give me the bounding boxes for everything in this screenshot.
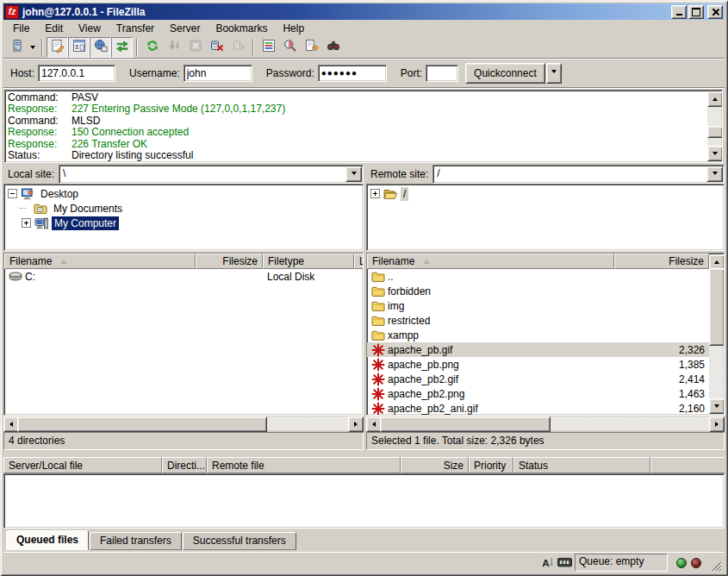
local-scroll-right-button[interactable]: [348, 416, 364, 432]
remote-hscroll-thumb[interactable]: [380, 416, 551, 432]
minimize-button[interactable]: [671, 5, 687, 19]
column-header-filesize[interactable]: Filesize: [614, 254, 709, 269]
log-line-label: Response:: [8, 139, 72, 150]
file-row-apache-pb2-ani-gif[interactable]: apache_pb2_ani.gif2,160: [367, 401, 709, 416]
remote-site-combo[interactable]: /: [432, 165, 725, 184]
remote-site-value: /: [433, 166, 706, 183]
queue-status-text: Queue: empty: [579, 555, 644, 567]
disconnect-button[interactable]: [206, 37, 227, 58]
file-row-img[interactable]: img: [367, 298, 709, 313]
menu-file[interactable]: File: [5, 22, 37, 35]
filter-button[interactable]: [258, 37, 279, 58]
menu-view[interactable]: View: [71, 22, 109, 35]
toggle-remote-tree-button[interactable]: [90, 37, 111, 58]
window-title: john@127.0.0.1 - FileZilla: [22, 6, 669, 18]
file-row-apache-pb-png[interactable]: apache_pb.png1,385: [367, 357, 709, 372]
file-row-c[interactable]: C:Local Disk: [4, 269, 363, 284]
queue-column-header-directi[interactable]: Directi...: [162, 457, 207, 473]
sort-ascending-icon: [423, 256, 430, 264]
local-tree-item-my-documents[interactable]: My Documents: [6, 201, 363, 216]
remote-vscrollbar[interactable]: [709, 254, 723, 414]
queue-column-header-server-local-file[interactable]: Server/Local file: [3, 457, 162, 473]
disconnect-icon: [210, 39, 224, 55]
remote-tree-item-item[interactable]: /: [369, 186, 724, 201]
local-site-dropdown-button[interactable]: [345, 166, 362, 182]
tree-expander-plus-icon[interactable]: [22, 218, 31, 228]
tab-queued-files[interactable]: Queued files: [6, 530, 89, 550]
find-files-button[interactable]: [322, 37, 344, 58]
port-input[interactable]: [426, 65, 458, 82]
file-row-xampp[interactable]: xampp: [367, 328, 709, 342]
file-row-apache-pb2-png[interactable]: apache_pb2.png1,463: [367, 386, 709, 401]
queue-column-header-size[interactable]: Size: [401, 457, 469, 473]
toggle-message-log-button[interactable]: [47, 37, 68, 58]
queue-column-header-priority[interactable]: Priority: [469, 457, 513, 473]
host-input[interactable]: [38, 65, 115, 82]
refresh-button[interactable]: [141, 37, 163, 58]
menu-server[interactable]: Server: [162, 22, 208, 35]
toggle-transfer-queue-button[interactable]: [111, 37, 133, 58]
file-row-forbidden[interactable]: forbidden: [367, 284, 709, 298]
local-hscrollbar[interactable]: [3, 416, 364, 430]
tab-label: Queued files: [16, 534, 78, 546]
remote-scroll-down-button[interactable]: [709, 398, 725, 414]
log-vscrollbar[interactable]: [707, 91, 721, 161]
local-tree-item-my-computer[interactable]: My Computer: [6, 216, 363, 230]
log-scroll-up-button[interactable]: [707, 91, 723, 107]
title-bar[interactable]: fz john@127.0.0.1 - FileZilla: [3, 3, 725, 20]
remote-scroll-right-button[interactable]: [709, 416, 725, 432]
filename-text: ..: [388, 271, 394, 283]
toggle-local-tree-button[interactable]: [68, 37, 90, 58]
remote-list-rows: ..forbiddenimgrestrictedxamppapache_pb.g…: [367, 269, 709, 416]
close-button[interactable]: [707, 5, 723, 19]
indicator-badge-icon[interactable]: [557, 555, 572, 570]
menu-transfer[interactable]: Transfer: [109, 22, 162, 35]
log-scroll-down-button[interactable]: [707, 146, 723, 161]
local-site-combo[interactable]: \: [59, 165, 364, 184]
remote-hscrollbar[interactable]: [366, 416, 725, 430]
local-tree-item-desktop[interactable]: Desktop: [6, 186, 363, 201]
resize-grip[interactable]: [709, 559, 722, 572]
column-header-label: L: [359, 255, 364, 267]
tree-expander-minus-icon[interactable]: [8, 189, 17, 198]
quickconnect-button[interactable]: Quickconnect: [465, 63, 545, 84]
file-row-apache-pb-gif[interactable]: apache_pb.gif2,326: [367, 342, 709, 357]
column-header-filetype[interactable]: Filetype: [263, 254, 354, 269]
menu-help[interactable]: Help: [275, 22, 312, 35]
tab-successful-transfers[interactable]: Successful transfers: [183, 532, 296, 550]
arrow-right-icon: [715, 422, 721, 427]
synchronized-browsing-button[interactable]: [301, 37, 322, 58]
queue-column-header-item[interactable]: [650, 457, 725, 473]
transfer-type-icon[interactable]: A: [540, 555, 555, 570]
remote-vscroll-thumb[interactable]: [709, 268, 725, 346]
password-input[interactable]: [318, 65, 387, 82]
file-row-item[interactable]: ..: [367, 269, 709, 284]
log-line-text: MLSD: [72, 115, 100, 127]
file-row-restricted[interactable]: restricted: [367, 313, 709, 328]
site-manager-dropdown-button[interactable]: [28, 38, 38, 57]
filename-text: restricted: [388, 315, 430, 327]
tab-failed-transfers[interactable]: Failed transfers: [90, 532, 182, 550]
column-header-filesize[interactable]: Filesize: [196, 254, 263, 269]
remote-site-dropdown-button[interactable]: [706, 166, 723, 182]
arrow-right-icon: [354, 422, 360, 427]
tree-item-label: My Computer: [52, 216, 119, 230]
log-scroll-thumb[interactable]: [707, 126, 723, 138]
column-header-filename[interactable]: Filename: [367, 254, 614, 269]
queue-column-header-remote-file[interactable]: Remote file: [207, 457, 401, 473]
queue-body[interactable]: [3, 473, 725, 529]
menu-edit[interactable]: Edit: [37, 22, 71, 35]
column-header-l[interactable]: L: [354, 254, 364, 269]
site-manager-button[interactable]: [6, 37, 28, 58]
menu-bookmarks[interactable]: Bookmarks: [208, 22, 275, 35]
file-row-apache-pb2-gif[interactable]: apache_pb2.gif2,414: [367, 372, 709, 386]
maximize-button[interactable]: [688, 5, 704, 19]
local-hscroll-thumb[interactable]: [17, 416, 267, 432]
column-header-filename[interactable]: Filename: [4, 254, 196, 269]
queue-column-header-status[interactable]: Status: [513, 457, 650, 473]
remote-site-bar: Remote site: /: [366, 166, 725, 183]
tree-expander-plus-icon[interactable]: [370, 189, 380, 198]
quickconnect-dropdown-button[interactable]: [546, 63, 562, 84]
directory-comparison-button[interactable]: [279, 37, 301, 58]
username-input[interactable]: [184, 65, 252, 82]
